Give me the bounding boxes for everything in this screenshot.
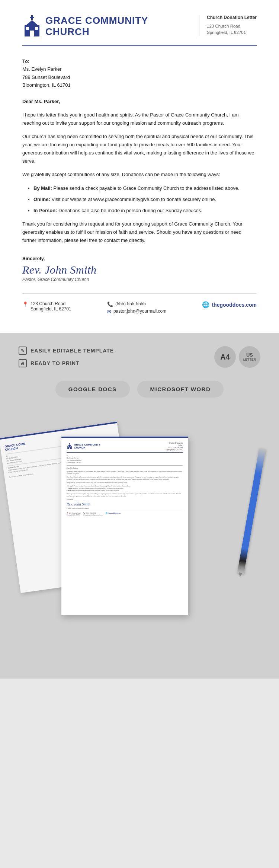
svg-rect-5 [30, 31, 34, 36]
doc-preview-front: GRACE COMMUNITYCHURCH Church DonationLet… [61, 437, 188, 615]
body-paragraph2: Our church has long been committed to se… [22, 133, 257, 165]
footer-address: 123 Church Road Springfield, IL 62701 [31, 301, 71, 312]
mini-body1: I hope this letter finds you in good hea… [67, 470, 183, 475]
footer-phone: (555) 555-5555 [115, 301, 146, 306]
format-us-label: US [246, 352, 253, 358]
location-icon: 📍 [22, 301, 28, 307]
footer-address-col: 📍 123 Church Road Springfield, IL 62701 [22, 301, 71, 312]
svg-rect-3 [30, 22, 34, 25]
footer-address-line2: Springfield, IL 62701 [31, 306, 71, 312]
footer-email: pastor.john@yourmail.com [113, 309, 166, 314]
format-us-badge[interactable]: US LETTER [239, 346, 260, 368]
mini-bullets: • By Mail: Please send a check payable t… [67, 485, 183, 492]
header-right: Church Donation Letter 123 Church Road S… [199, 15, 257, 36]
recipient-address1: 789 Sunset Boulevard [22, 74, 70, 80]
svg-rect-13 [69, 447, 70, 449]
signature-title: Pastor, Grace Community Church [22, 277, 257, 282]
recipient-address2: Bloomington, IL 61701 [22, 82, 71, 88]
mini-header: GRACE COMMUNITYCHURCH Church DonationLet… [67, 442, 183, 453]
phone-icon: 📞 [107, 301, 113, 307]
letter-header: GRACE COMMUNITY CHURCH Church Donation L… [22, 15, 257, 46]
compatibility-section: GOOGLE DOCS MICROSOFT WORD [0, 379, 279, 411]
mini-salutation: Dear Ms. Parker, [67, 467, 183, 469]
feature-print-label: READY TO PRINT [31, 360, 80, 366]
print-icon: 🖨 [19, 359, 27, 367]
doc-address-line1: 123 Church Road [207, 23, 257, 29]
body-paragraph1: I hope this letter finds you in good hea… [22, 111, 257, 127]
google-docs-button[interactable]: GOOGLE DOCS [55, 381, 130, 398]
mini-sig: Rev. John Smith [67, 502, 183, 506]
feature-editable-row: ✎ EASILY EDITABLE TEMPLATE [19, 347, 114, 355]
salutation: Dear Ms. Parker, [22, 98, 257, 106]
closing: Sincerely, [22, 256, 257, 261]
footer-address-item: 📍 123 Church Road Springfield, IL 62701 [22, 301, 71, 312]
letter-footer: 📍 123 Church Road Springfield, IL 62701 … [22, 293, 257, 315]
bullet-item-online: Online: Visit our website at www.graceco… [33, 195, 257, 204]
letter-section: GRACE COMMUNITY CHURCH Church Donation L… [0, 0, 279, 333]
body-paragraph4: Thank you for considering this request a… [22, 220, 257, 245]
mini-church-name: GRACE COMMUNITYCHURCH [74, 443, 100, 449]
globe-icon: 🌐 [202, 301, 209, 308]
recipient-name: Ms. Evelyn Parker [22, 66, 61, 72]
church-icon [22, 15, 42, 38]
doc-title: Church Donation Letter [207, 15, 257, 20]
bullet-online-label: Online: [33, 197, 50, 202]
edit-icon: ✎ [19, 347, 27, 355]
body-paragraph3: We gratefully accept contributions of an… [22, 170, 257, 179]
mini-sincerely: Sincerely, [67, 498, 183, 501]
footer-phone-item: 📞 (555) 555-5555 [107, 301, 166, 307]
svg-rect-11 [69, 445, 70, 446]
bullet-inperson-text: Donations can also be made in person dur… [57, 208, 202, 213]
signature-cursive: Rev. John Smith [22, 264, 257, 276]
mini-body4: Thank you for considering this request a… [67, 493, 183, 497]
features-right: A4 US LETTER [214, 346, 260, 368]
mini-footer-phone: 📞 (555) 555-5555✉ pastor.john@yourmail.c… [83, 512, 103, 516]
footer-contact-col: 📞 (555) 555-5555 ✉ pastor.john@yourmail.… [107, 301, 166, 315]
mini-footer-address: 📍 123 Church RoadSpringfield, IL 62701 [67, 512, 80, 516]
features-section: ✎ EASILY EDITABLE TEMPLATE 🖨 READY TO PR… [0, 333, 279, 379]
pen-decoration [237, 448, 266, 574]
svg-rect-15 [70, 446, 71, 447]
church-name-line1: GRACE COMMUNITY [45, 15, 148, 26]
mini-recipient: To:Ms. Evelyn Parker789 Sunset Boulevard… [67, 455, 183, 464]
mini-church-icon [67, 443, 73, 450]
footer-email-item: ✉ pastor.john@yourmail.com [107, 309, 166, 315]
mini-address: Church DonationLetter123 Church RoadSpri… [166, 442, 183, 451]
church-name-line2: CHURCH [45, 26, 148, 38]
bullet-item-mail: By Mail: Please send a check payable to … [33, 184, 257, 192]
signature-area: Sincerely, Rev. John Smith Pastor, Grace… [22, 256, 257, 282]
bullet-online-text: Visit our website at www.gracecommunityg… [50, 197, 216, 202]
svg-rect-14 [68, 446, 68, 447]
footer-website: 🌐 thegooddocs.com [202, 301, 257, 308]
feature-editable-label: EASILY EDITABLE TEMPLATE [31, 348, 114, 354]
footer-website-url: thegooddocs.com [212, 302, 257, 308]
svg-rect-1 [30, 17, 34, 18]
mini-footer-website: 🌐 thegooddocs.com [106, 512, 121, 516]
bullet-mail-text: Please send a check payable to Grace Com… [52, 185, 240, 191]
svg-rect-6 [26, 27, 29, 30]
mini-body2: Our church has long been committed to se… [67, 476, 183, 481]
mini-sig-title: Pastor, Grace Community Church [67, 507, 183, 510]
svg-rect-9 [69, 444, 70, 444]
logo-area: GRACE COMMUNITY CHURCH [22, 15, 148, 38]
doc-address-line2: Springfield, IL 62701 [207, 29, 257, 36]
format-us-sublabel: LETTER [243, 358, 256, 362]
bullet-inperson-label: In Person: [33, 208, 57, 213]
donation-methods-list: By Mail: Please send a check payable to … [22, 184, 257, 215]
mini-body3: We gratefully accept contributions of an… [67, 482, 183, 484]
bullet-item-inperson: In Person: Donations can also be made in… [33, 207, 257, 215]
logo-text: GRACE COMMUNITY CHURCH [45, 15, 148, 38]
features-left: ✎ EASILY EDITABLE TEMPLATE 🖨 READY TO PR… [19, 347, 114, 367]
recipient-block: To: Ms. Evelyn Parker 789 Sunset Bouleva… [22, 57, 257, 89]
mini-sep1 [67, 465, 183, 466]
svg-rect-7 [35, 27, 38, 30]
microsoft-word-button[interactable]: MICROSOFT WORD [137, 381, 224, 398]
feature-print-row: 🖨 READY TO PRINT [19, 359, 114, 367]
doc-preview-container: GRACE COMMCHURCH To:Ms. Evelyn Parker789… [13, 418, 266, 664]
format-a4-badge[interactable]: A4 [214, 346, 236, 368]
preview-section: GRACE COMMCHURCH To:Ms. Evelyn Parker789… [0, 411, 279, 679]
mini-footer: 📍 123 Church RoadSpringfield, IL 62701 📞… [67, 511, 183, 516]
letter-body: Dear Ms. Parker, I hope this letter find… [22, 98, 257, 245]
bullet-mail-label: By Mail: [33, 185, 52, 191]
email-icon: ✉ [107, 309, 111, 315]
